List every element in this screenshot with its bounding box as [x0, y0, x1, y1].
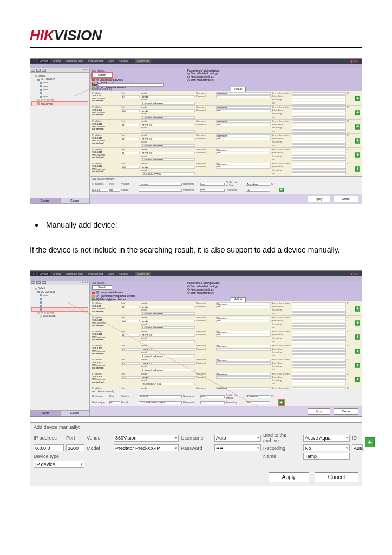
name-field[interactable]: DS-2CD3025FH-I42 — [141, 172, 195, 175]
device-add-button[interactable]: + — [355, 306, 360, 311]
user-field[interactable]: Username — [216, 373, 270, 376]
vendor-field[interactable]: Hikvision — [139, 183, 182, 186]
dtype-field[interactable]: IP device — [109, 401, 120, 404]
pass-field[interactable]: **** — [216, 109, 270, 112]
rec-field[interactable] — [292, 351, 346, 354]
device-add-button[interactable]: + — [355, 349, 360, 353]
tab-system-log[interactable]: System log — [135, 272, 151, 276]
name-field[interactable]: DS-2CD3025FH-I42 — [141, 383, 195, 385]
bind-field[interactable] — [292, 387, 346, 389]
user-field[interactable]: Username — [216, 120, 270, 123]
user-field[interactable]: Username — [216, 106, 270, 109]
device-add-button[interactable]: + — [355, 124, 360, 129]
exit-button[interactable]: ⏻ Exit — [350, 272, 361, 275]
pass-field[interactable]: **** — [200, 189, 225, 192]
pass-field[interactable]: **** — [200, 401, 225, 404]
cancel-button[interactable]: Cancel — [334, 408, 358, 415]
bind-field[interactable] — [292, 149, 346, 151]
pass-field[interactable]: **** — [216, 95, 270, 98]
name-field[interactable]: 1_channel_substream — [141, 354, 195, 357]
manual-add-button[interactable]: + — [279, 400, 284, 405]
tab-users[interactable]: Users — [106, 272, 116, 276]
mp-rec-field[interactable]: No — [303, 444, 350, 451]
af-field[interactable] — [292, 95, 346, 98]
tab-programming[interactable]: Programming — [87, 272, 105, 276]
no-field[interactable] — [292, 144, 346, 147]
af-field[interactable] — [292, 376, 346, 379]
af-field[interactable] — [292, 124, 346, 126]
user-field[interactable]: Username — [216, 331, 270, 333]
tree-btn-1[interactable] — [31, 281, 35, 284]
menu-icon[interactable]: ≡ — [31, 59, 36, 63]
param-keep[interactable]: Keep current settings — [187, 75, 220, 78]
mp-port-field[interactable]: 3600 — [66, 444, 84, 451]
footer-groups-tab[interactable]: Groups — [60, 198, 90, 204]
mp-user-field[interactable]: Auto — [214, 435, 261, 442]
no-field[interactable] — [292, 102, 346, 105]
tree-btn-1[interactable] — [31, 69, 35, 72]
rec-field[interactable]: No — [246, 189, 270, 192]
port-field[interactable]: 80 — [109, 189, 120, 192]
tab-options[interactable]: Options — [117, 272, 129, 276]
tab-detection[interactable]: Detection Tools — [64, 59, 84, 63]
pass-field[interactable]: **** — [216, 166, 270, 169]
device-add-button[interactable]: + — [355, 152, 360, 157]
rec-field[interactable] — [292, 169, 346, 172]
vendor-field[interactable]: ONVIF 2.X — [141, 124, 195, 126]
no-field[interactable] — [292, 158, 346, 161]
pass-field[interactable]: **** — [216, 334, 270, 337]
tree-btn-2[interactable] — [36, 281, 41, 284]
port-field[interactable]: 80 — [121, 306, 140, 308]
pass-field[interactable]: **** — [216, 362, 270, 365]
device-add-button[interactable]: + — [355, 377, 360, 382]
name-field[interactable] — [141, 130, 195, 133]
rec-field[interactable] — [292, 309, 346, 312]
tree-btn-3[interactable] — [42, 281, 46, 284]
af-field[interactable] — [292, 138, 346, 140]
mp-apply-button[interactable]: Apply — [269, 472, 309, 482]
port-field[interactable]: 554 — [121, 320, 140, 322]
name-field[interactable] — [141, 340, 195, 343]
menu-icon[interactable]: ≡ — [31, 272, 36, 276]
bind-field[interactable]: Active Aqua — [246, 183, 270, 186]
bind-field[interactable] — [292, 163, 346, 165]
device-add-button[interactable]: + — [355, 166, 360, 171]
device-tree[interactable]: Default ML-LI204625 —— —— —— —— —— IP-IP… — [30, 73, 89, 198]
param-default[interactable]: Start with default settings — [187, 72, 220, 75]
mp-add-button[interactable]: + — [365, 437, 375, 447]
rec-field[interactable] — [292, 99, 346, 101]
no-field[interactable] — [292, 326, 346, 329]
port-field[interactable]: 554 — [121, 376, 140, 379]
bind-field[interactable] — [292, 345, 346, 347]
footer-groups-tab[interactable]: Groups — [60, 410, 90, 417]
rec-field[interactable] — [292, 127, 346, 130]
rec-field[interactable] — [292, 141, 346, 144]
af-field[interactable] — [292, 166, 346, 169]
vendor-field[interactable]: ONVIF 2.X — [141, 152, 195, 154]
pass-field[interactable]: **** — [216, 124, 270, 126]
user-field[interactable]: Username — [216, 92, 270, 95]
user-field[interactable]: Username — [216, 345, 270, 347]
rec-field[interactable] — [292, 365, 346, 368]
param-with[interactable]: Start with parameters — [187, 79, 220, 81]
manual-add-button[interactable]: + — [279, 188, 284, 192]
rec-field[interactable] — [292, 155, 346, 158]
pass-field[interactable]: **** — [216, 348, 270, 351]
device-add-button[interactable]: + — [355, 320, 360, 325]
mp-ip-field[interactable]: 0.0.0.0 — [34, 444, 64, 451]
no-field[interactable] — [292, 172, 346, 175]
no-field[interactable] — [292, 340, 346, 343]
vendor-field[interactable]: Vendor — [141, 320, 195, 322]
af-field[interactable] — [292, 109, 346, 112]
port-field[interactable]: 80 — [121, 138, 140, 140]
tree-btn-3[interactable] — [42, 69, 46, 72]
no-field[interactable] — [292, 130, 346, 133]
apply-button[interactable]: Apply — [308, 196, 331, 202]
tab-archive[interactable]: Archive — [51, 272, 63, 276]
param-with[interactable]: Start with parameters — [187, 292, 220, 294]
user-field[interactable]: root — [200, 183, 225, 186]
af-field[interactable] — [292, 306, 346, 308]
https-input[interactable] — [99, 83, 164, 87]
no-field[interactable] — [292, 116, 346, 119]
bind-field[interactable] — [292, 331, 346, 333]
